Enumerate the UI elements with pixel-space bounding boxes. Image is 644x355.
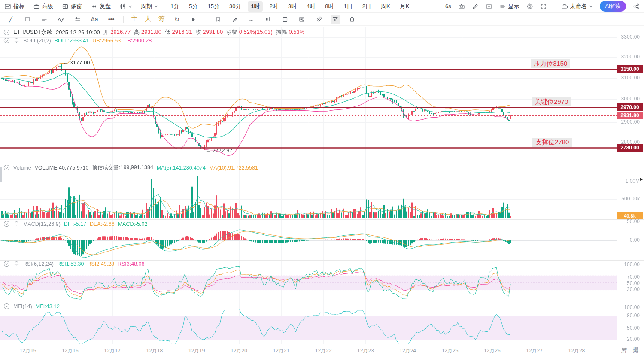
axis-label: 80.00	[618, 313, 640, 319]
rectangle-tool[interactable]	[23, 15, 32, 24]
date-label: 12月18	[146, 347, 163, 355]
timeframe-item[interactable]: 2日	[359, 1, 374, 12]
left-panel-handle[interactable]	[0, 167, 2, 182]
share-icon[interactable]	[633, 3, 640, 10]
timeframe-item[interactable]: 8时	[322, 1, 337, 12]
multi-window-label: 多窗	[71, 3, 82, 10]
compare-candles-tool[interactable]	[264, 15, 273, 24]
hlines-tool[interactable]	[39, 15, 49, 24]
key-level-label[interactable]: 关键位2970	[532, 97, 571, 106]
symbol[interactable]: ETH/USDT永续	[13, 28, 52, 36]
timeframe-item[interactable]: 4时	[304, 1, 318, 12]
pane-scroll-arrow[interactable]: ▶	[640, 177, 643, 181]
axis-label: 3200.00	[618, 54, 640, 60]
macd-dea-value: DEA:-2.66	[90, 221, 115, 227]
pencil-icon[interactable]	[472, 3, 479, 10]
timeframe-item[interactable]: 2时	[267, 1, 281, 12]
timeframe-item[interactable]: 5分	[186, 1, 200, 12]
liquidation-toggle[interactable]: 爆	[633, 347, 639, 355]
collapse-icon[interactable]	[3, 221, 10, 227]
timeframe-list: 1分5分15分30分1时2时3时4时8时1日2日周K月K	[167, 1, 412, 12]
advanced-button[interactable]: 高级	[33, 3, 53, 10]
text-tool[interactable]: Aa	[90, 15, 99, 24]
axis-label: 2900.00	[618, 119, 640, 125]
axis-label: 0.00	[618, 237, 640, 243]
timeframe-item[interactable]: 1日	[341, 1, 355, 12]
date-label: 12月19	[188, 347, 205, 355]
chips-toggle[interactable]: 筹	[621, 347, 627, 355]
rsi-name[interactable]: RSI(6,12,24)	[23, 261, 54, 267]
amplitude-label: 振幅	[276, 29, 287, 35]
axis-label: 3000.00	[618, 96, 640, 102]
trendline-tool[interactable]: ╱	[6, 15, 15, 24]
camera-icon[interactable]	[458, 3, 465, 10]
workspace-button[interactable]: 未命名	[561, 3, 593, 10]
filter-tool[interactable]	[331, 15, 340, 24]
alert-bell-icon[interactable]	[13, 261, 20, 267]
collapse-icon[interactable]	[3, 29, 10, 36]
high-value: 2931.80	[141, 29, 161, 35]
fullscreen-icon[interactable]	[540, 3, 547, 10]
tab-chips[interactable]: 筹	[158, 15, 165, 24]
macd-dif-value: DIF:-5.17	[64, 221, 86, 227]
replay-button[interactable]: 复盘	[91, 3, 111, 10]
boll-name[interactable]: BOLL(20,2)	[23, 38, 51, 44]
collapse-icon[interactable]	[3, 303, 10, 309]
timeframe-item[interactable]: 1分	[167, 1, 182, 12]
low-annotation: ← 2772.97	[205, 147, 233, 154]
parallel-tool[interactable]	[73, 15, 82, 24]
more-tools[interactable]: •••	[106, 15, 116, 24]
axis-label: 500.00k	[618, 196, 640, 202]
gear-icon[interactable]	[526, 3, 533, 10]
timeframe-item[interactable]: 周K	[378, 1, 393, 12]
mfi-name[interactable]: MFI(14)	[13, 303, 32, 309]
chart-canvas[interactable]	[0, 0, 644, 355]
volume-name[interactable]: Volume	[13, 165, 31, 171]
period-button[interactable]: 周期	[141, 3, 158, 10]
date-label: 12月27	[526, 347, 543, 355]
multi-window-button[interactable]: 多窗	[62, 3, 82, 10]
drawing-toolbar: ╱ Aa ••• 主 大 筹 ↻	[0, 13, 644, 26]
note-tool[interactable]	[297, 15, 307, 24]
volume-estimate: 预估成交量:199,991.1384	[92, 164, 153, 171]
resistance-price-tag: 3150.00	[617, 65, 643, 73]
ai-analysis-button[interactable]: AI解读	[600, 1, 626, 12]
cursor-tool[interactable]	[189, 15, 198, 24]
timeframe-item[interactable]: 15分	[204, 1, 222, 12]
timeframe-item[interactable]: 3时	[285, 1, 300, 12]
tab-big[interactable]: 大	[145, 15, 151, 24]
delete-drawings-tool[interactable]	[347, 15, 357, 24]
divider	[554, 3, 554, 10]
alert-bell-icon[interactable]	[13, 37, 20, 44]
axis-label: 30.00	[618, 286, 640, 292]
wave-tool[interactable]	[56, 15, 66, 24]
alert-bell-icon[interactable]	[13, 221, 20, 227]
collapse-icon[interactable]	[3, 261, 10, 267]
date-label: 12月22	[315, 347, 332, 355]
indicator-icon	[4, 3, 11, 10]
chart-type-button[interactable]	[119, 3, 132, 10]
macd-value: MACD:-5.02	[118, 221, 148, 227]
axis-label: 20.00	[618, 336, 640, 342]
tab-main[interactable]: 主	[131, 15, 137, 24]
display-button[interactable]: 显示	[499, 3, 519, 10]
paperclip-tool[interactable]	[314, 15, 323, 24]
clipboard-tool[interactable]	[280, 15, 290, 24]
bookmark-tool[interactable]	[213, 15, 223, 24]
support-level-label[interactable]: 支撑位2780	[532, 138, 572, 147]
macd-name[interactable]: MACD(12,26,9)	[23, 221, 61, 227]
timeframe-item[interactable]: 30分	[226, 1, 244, 12]
timeframe-item[interactable]: 月K	[397, 1, 413, 12]
time-axis[interactable]: 12月1512月1612月1712月1812月1912月2012月2112月22…	[0, 345, 644, 355]
resistance-level-label[interactable]: 压力位3150	[531, 59, 570, 68]
add-pane-icon[interactable]	[486, 3, 492, 10]
date-label: 12月23	[357, 347, 374, 355]
signature-tool[interactable]	[247, 15, 256, 24]
indicators-button[interactable]: 指标	[4, 3, 24, 10]
collapse-icon[interactable]	[3, 164, 10, 171]
date-label: 12月17	[104, 347, 121, 355]
refresh-tool[interactable]: ↻	[172, 15, 182, 24]
timeframe-item[interactable]: 1时	[248, 1, 262, 12]
pen-tool[interactable]	[230, 15, 240, 24]
collapse-icon[interactable]	[3, 37, 10, 44]
